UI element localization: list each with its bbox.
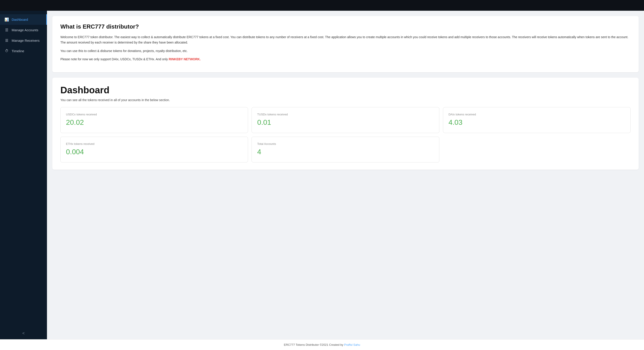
dashboard-section: Dashboard You can see all the tokens rec… — [52, 78, 639, 170]
stat-card-empty — [443, 137, 630, 163]
notice-highlight: RINKEBY NETWORK. — [169, 57, 201, 61]
app-container: 📊 Dashboard ☰ Manage Accounts ☰ Manage R… — [0, 11, 644, 339]
timeline-icon: ⏱ — [4, 49, 9, 53]
stats-grid-row2: ETHx tokens received 0.004 Total Account… — [60, 137, 630, 163]
stat-card-daix: DAIx tokens received 4.03 — [443, 107, 630, 133]
stats-grid-row1: USDCx tokens received 20.02 TUSDx tokens… — [60, 107, 630, 133]
collapse-icon: < — [22, 331, 25, 336]
stat-label-total-accounts: Total Accounts — [257, 142, 434, 146]
dashboard-subtitle: You can see all the tokens received in a… — [60, 98, 630, 102]
stat-value-usdcx: 20.02 — [66, 118, 242, 127]
info-paragraph2: You can use this to collect & disburse t… — [60, 48, 630, 54]
main-content: What is ERC777 distributor? Welcome to E… — [47, 11, 644, 339]
manage-receivers-icon: ☰ — [4, 38, 9, 43]
stat-value-tusdx: 0.01 — [257, 118, 434, 127]
sidebar-nav: 📊 Dashboard ☰ Manage Accounts ☰ Manage R… — [0, 11, 47, 328]
stat-card-usdcx: USDCx tokens received 20.02 — [60, 107, 248, 133]
stat-value-ethx: 0.004 — [66, 148, 242, 156]
stat-card-tusdx: TUSDx tokens received 0.01 — [252, 107, 439, 133]
stat-value-daix: 4.03 — [448, 118, 625, 127]
notice-prefix: Please note for now we only support DAIx… — [60, 57, 169, 61]
sidebar-item-label-manage-accounts: Manage Accounts — [12, 28, 38, 32]
footer-link[interactable]: Prafful Sahu — [344, 343, 360, 347]
sidebar-item-dashboard[interactable]: 📊 Dashboard — [0, 14, 47, 25]
footer: ERC777 Tokens Distributor ©2021 Created … — [0, 339, 644, 350]
stat-label-ethx: ETHx tokens received — [66, 142, 242, 146]
info-paragraph1: Welcome to ERC777 token distributor. The… — [60, 35, 630, 45]
stat-value-total-accounts: 4 — [257, 148, 434, 156]
dashboard-title: Dashboard — [60, 85, 630, 96]
top-bar — [0, 0, 644, 11]
sidebar-item-label-timeline: Timeline — [12, 49, 24, 53]
stat-label-usdcx: USDCx tokens received — [66, 113, 242, 116]
footer-text: ERC777 Tokens Distributor ©2021 Created … — [284, 343, 344, 347]
sidebar-item-label-dashboard: Dashboard — [12, 18, 28, 21]
sidebar-item-manage-accounts[interactable]: ☰ Manage Accounts — [0, 25, 47, 35]
stat-card-total-accounts: Total Accounts 4 — [252, 137, 439, 163]
sidebar-collapse-button[interactable]: < — [0, 328, 47, 339]
sidebar-item-label-manage-receivers: Manage Receivers — [12, 39, 40, 42]
info-card: What is ERC777 distributor? Welcome to E… — [52, 16, 639, 72]
notice-text: Please note for now we only support DAIx… — [60, 57, 630, 62]
sidebar-item-timeline[interactable]: ⏱ Timeline — [0, 46, 47, 56]
stat-label-tusdx: TUSDx tokens received — [257, 113, 434, 116]
sidebar: 📊 Dashboard ☰ Manage Accounts ☰ Manage R… — [0, 11, 47, 339]
stat-label-daix: DAIx tokens received — [448, 113, 625, 116]
dashboard-icon: 📊 — [4, 17, 9, 22]
stat-card-ethx: ETHx tokens received 0.004 — [60, 137, 248, 163]
info-title: What is ERC777 distributor? — [60, 23, 630, 30]
manage-accounts-icon: ☰ — [4, 28, 9, 32]
sidebar-item-manage-receivers[interactable]: ☰ Manage Receivers — [0, 35, 47, 46]
